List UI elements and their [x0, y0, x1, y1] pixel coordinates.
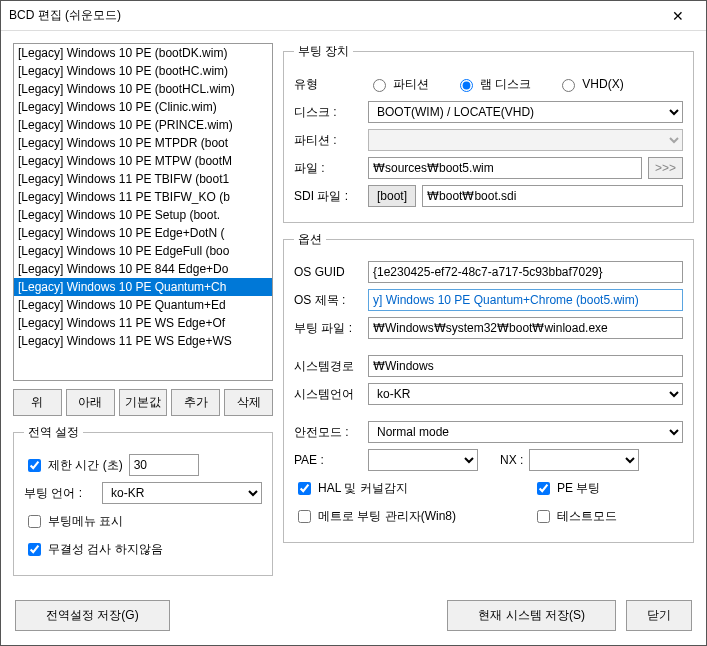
- bootlang-label: 부팅 언어 :: [24, 485, 96, 502]
- list-item[interactable]: [Legacy] Windows 10 PE (bootHCL.wim): [14, 80, 272, 98]
- save-current-button[interactable]: 현재 시스템 저장(S): [447, 600, 616, 631]
- bootlang-select[interactable]: ko-KR: [102, 482, 262, 504]
- nx-select[interactable]: [529, 449, 639, 471]
- titlebar: BCD 편집 (쉬운모드) ✕: [1, 1, 706, 31]
- os-title-label: OS 제목 :: [294, 292, 362, 309]
- safemode-label: 안전모드 :: [294, 424, 362, 441]
- list-item[interactable]: [Legacy] Windows 10 PE 844 Edge+Do: [14, 260, 272, 278]
- partition-radio[interactable]: 파티션: [368, 76, 429, 93]
- metro-check[interactable]: 메트로 부팅 관리자(Win8): [294, 507, 456, 526]
- timeout-input[interactable]: [129, 454, 199, 476]
- integrity-check[interactable]: 무결성 검사 하지않음: [24, 540, 163, 559]
- list-item[interactable]: [Legacy] Windows 10 PE Setup (boot.: [14, 206, 272, 224]
- right-panel: 부팅 장치 유형 파티션 램 디스크 VHD(X) 디스크 : BOOT(WIM…: [283, 43, 694, 576]
- close-icon[interactable]: ✕: [658, 8, 698, 24]
- sdi-label: SDI 파일 :: [294, 188, 362, 205]
- default-button[interactable]: 기본값: [119, 389, 168, 416]
- syslang-select[interactable]: ko-KR: [368, 383, 683, 405]
- bootfile-input[interactable]: [368, 317, 683, 339]
- disk-label: 디스크 :: [294, 104, 362, 121]
- guid-input[interactable]: [368, 261, 683, 283]
- list-item[interactable]: [Legacy] Windows 10 PE Quantum+Ed: [14, 296, 272, 314]
- vhd-radio[interactable]: VHD(X): [557, 76, 623, 92]
- syspath-label: 시스템경로: [294, 358, 362, 375]
- timeout-label: 제한 시간 (초): [48, 457, 123, 474]
- os-title-input[interactable]: [368, 289, 683, 311]
- hal-check[interactable]: HAL 및 커널감지: [294, 479, 408, 498]
- sdi-input[interactable]: [422, 185, 683, 207]
- list-item[interactable]: [Legacy] Windows 10 PE Edge+DotN (: [14, 224, 272, 242]
- testmode-check[interactable]: 테스트모드: [533, 507, 617, 526]
- list-item[interactable]: [Legacy] Windows 10 PE EdgeFull (boo: [14, 242, 272, 260]
- list-item[interactable]: [Legacy] Windows 10 PE (bootHC.wim): [14, 62, 272, 80]
- nx-label: NX :: [500, 453, 523, 467]
- file-browse-button[interactable]: >>>: [648, 157, 683, 179]
- guid-label: OS GUID: [294, 265, 362, 279]
- file-label: 파일 :: [294, 160, 362, 177]
- list-item[interactable]: [Legacy] Windows 11 PE WS Edge+WS: [14, 332, 272, 350]
- partition-label: 파티션 :: [294, 132, 362, 149]
- up-button[interactable]: 위: [13, 389, 62, 416]
- syspath-input[interactable]: [368, 355, 683, 377]
- boot-entry-list[interactable]: [Legacy] Windows 10 PE (bootDK.wim)[Lega…: [13, 43, 273, 381]
- partition-select[interactable]: [368, 129, 683, 151]
- file-input[interactable]: [368, 157, 642, 179]
- ramdisk-radio[interactable]: 램 디스크: [455, 76, 531, 93]
- list-item[interactable]: [Legacy] Windows 10 PE (Clinic.wim): [14, 98, 272, 116]
- options-legend: 옵션: [294, 231, 326, 248]
- bootmenu-label: 부팅메뉴 표시: [48, 513, 123, 530]
- delete-button[interactable]: 삭제: [224, 389, 273, 416]
- pe-check[interactable]: PE 부팅: [533, 479, 600, 498]
- list-item[interactable]: [Legacy] Windows 11 PE TBIFW_KO (b: [14, 188, 272, 206]
- add-button[interactable]: 추가: [171, 389, 220, 416]
- options-group: 옵션 OS GUID OS 제목 : 부팅 파일 : 시스템경로 시스템언어 k…: [283, 231, 694, 543]
- left-panel: [Legacy] Windows 10 PE (bootDK.wim)[Lega…: [13, 43, 273, 576]
- global-settings-legend: 전역 설정: [24, 424, 83, 441]
- disk-select[interactable]: BOOT(WIM) / LOCATE(VHD): [368, 101, 683, 123]
- list-item[interactable]: [Legacy] Windows 10 PE (PRINCE.wim): [14, 116, 272, 134]
- sdi-boot-button[interactable]: [boot]: [368, 185, 416, 207]
- safemode-select[interactable]: Normal mode: [368, 421, 683, 443]
- type-label: 유형: [294, 76, 362, 93]
- list-button-row: 위 아래 기본값 추가 삭제: [13, 389, 273, 416]
- list-item[interactable]: [Legacy] Windows 10 PE MTPDR (boot: [14, 134, 272, 152]
- boot-device-legend: 부팅 장치: [294, 43, 353, 60]
- list-item[interactable]: [Legacy] Windows 10 PE MTPW (bootM: [14, 152, 272, 170]
- pae-label: PAE :: [294, 453, 362, 467]
- down-button[interactable]: 아래: [66, 389, 115, 416]
- close-button[interactable]: 닫기: [626, 600, 692, 631]
- list-item[interactable]: [Legacy] Windows 11 PE WS Edge+Of: [14, 314, 272, 332]
- global-settings-group: 전역 설정 제한 시간 (초) 부팅 언어 : ko-KR 부팅메뉴 표시 무결…: [13, 424, 273, 576]
- list-item[interactable]: [Legacy] Windows 10 PE Quantum+Ch: [14, 278, 272, 296]
- bootmenu-check[interactable]: 부팅메뉴 표시: [24, 512, 123, 531]
- syslang-label: 시스템언어: [294, 386, 362, 403]
- window-title: BCD 편집 (쉬운모드): [9, 7, 658, 24]
- save-global-button[interactable]: 전역설정 저장(G): [15, 600, 170, 631]
- list-item[interactable]: [Legacy] Windows 10 PE (bootDK.wim): [14, 44, 272, 62]
- content-area: [Legacy] Windows 10 PE (bootDK.wim)[Lega…: [1, 31, 706, 588]
- footer: 전역설정 저장(G) 현재 시스템 저장(S) 닫기: [1, 590, 706, 645]
- integrity-label: 무결성 검사 하지않음: [48, 541, 163, 558]
- bootfile-label: 부팅 파일 :: [294, 320, 362, 337]
- timeout-check[interactable]: 제한 시간 (초): [24, 456, 123, 475]
- list-item[interactable]: [Legacy] Windows 11 PE TBIFW (boot1: [14, 170, 272, 188]
- boot-device-group: 부팅 장치 유형 파티션 램 디스크 VHD(X) 디스크 : BOOT(WIM…: [283, 43, 694, 223]
- pae-select[interactable]: [368, 449, 478, 471]
